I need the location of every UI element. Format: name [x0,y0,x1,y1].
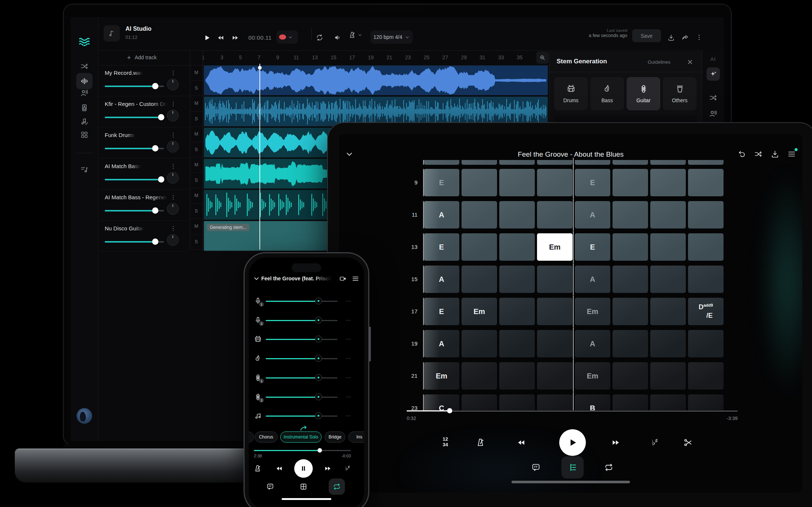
metronome-button[interactable] [254,464,262,473]
stem-option-drums[interactable]: Drums [554,77,588,110]
chord-cell[interactable]: C [424,394,459,410]
play-button[interactable] [202,33,211,42]
chord-cell[interactable]: E [575,233,610,261]
chord-cell[interactable] [462,330,497,357]
mute-button[interactable]: M [190,127,203,142]
tab-chords[interactable] [561,456,584,478]
solo-button[interactable]: S [190,81,203,96]
more-options-button[interactable] [345,374,352,381]
chord-cell[interactable] [575,160,610,165]
chord-cell[interactable]: Em [537,233,573,261]
slider-thumb[interactable] [315,297,322,304]
bpm-selector[interactable]: 120 bpm 4/4 [370,30,413,44]
slider-thumb[interactable] [315,336,322,343]
slider-thumb[interactable] [152,207,158,214]
chord-cell[interactable] [613,394,648,410]
chord-cell[interactable] [613,298,648,325]
chord-cell[interactable] [499,362,535,390]
home-indicator[interactable] [511,481,630,483]
chord-cell[interactable]: A [424,266,459,293]
mute-button[interactable]: M [190,219,203,234]
slider-thumb[interactable] [315,412,322,419]
sidebar-item-split-tracks[interactable] [79,61,90,72]
volume-slider[interactable] [105,145,164,152]
time-signature-button[interactable]: 1234 [443,437,448,448]
chord-cell[interactable] [499,266,535,293]
playhead[interactable] [259,64,260,250]
chord-cell[interactable]: A [575,266,610,293]
stem-option-bass[interactable]: Bass [590,77,624,110]
fast-forward-button[interactable] [324,464,332,473]
sidebar-item-speaker[interactable] [79,102,90,113]
chord-cell[interactable] [537,362,573,390]
more-options-button[interactable] [345,355,352,362]
chord-cell[interactable]: Em [575,298,610,325]
header-menu-button[interactable] [787,149,796,159]
track-menu-button[interactable] [169,100,177,108]
header-download-button[interactable] [770,149,780,159]
mute-button[interactable]: M [190,157,203,173]
slider-thumb[interactable] [315,393,322,400]
chord-cell[interactable] [499,160,535,165]
close-button[interactable] [685,57,694,66]
chord-cell[interactable] [613,201,648,229]
mute-button[interactable]: M [190,188,203,204]
solo-button[interactable]: S [190,204,203,219]
more-options-button[interactable] [345,394,352,400]
download-button[interactable] [667,34,675,41]
volume-slider[interactable] [105,207,164,214]
chord-cell[interactable]: A [575,201,610,229]
chord-cell[interactable]: A [575,330,610,357]
pan-knob[interactable] [167,79,179,90]
chevron-down-icon[interactable] [288,35,293,40]
chord-cell[interactable] [688,160,724,165]
chord-cell[interactable] [688,394,724,410]
header-menu-button[interactable] [352,275,359,283]
chord-cell[interactable] [650,233,686,261]
sidebar-item-compose[interactable] [79,116,90,127]
solo-button[interactable]: S [190,142,203,157]
section-chip[interactable]: Chorus [255,431,278,443]
chord-cell[interactable] [650,169,686,196]
stem-option-others[interactable]: Others [663,77,697,110]
tab-grid[interactable] [299,483,308,491]
pan-knob[interactable] [167,110,179,121]
chord-cell[interactable]: Em [575,362,610,390]
save-button[interactable]: Save [632,29,661,42]
volume-slider[interactable] [105,83,164,90]
solo-button[interactable]: S [190,234,203,250]
chord-cell[interactable] [613,362,648,390]
chord-cell[interactable]: E [575,169,610,196]
trim-button[interactable] [683,438,693,447]
volume-slider[interactable] [105,114,164,121]
chord-cell[interactable] [537,394,573,410]
tab-repeat[interactable] [329,478,345,495]
mute-button[interactable]: M [190,65,203,81]
pitch-button[interactable]: ♭♯ [345,465,350,472]
record-button[interactable] [276,30,298,44]
pause-button[interactable] [294,459,313,478]
section-chip[interactable]: Bridge [325,431,345,443]
chord-cell[interactable] [613,160,648,165]
chord-cell[interactable] [462,160,497,165]
chord-cell[interactable] [424,160,459,165]
solo-button[interactable]: S [190,173,203,188]
chord-cell[interactable] [537,160,573,165]
sidebar-item-apps[interactable] [79,129,90,140]
section-chip[interactable]: Ins [348,431,364,443]
section-chip[interactable]: se [249,431,254,443]
more-options-button[interactable] [345,298,352,304]
add-track-button[interactable]: Add track [126,54,157,60]
rail-button-voice[interactable] [708,109,718,119]
fast-forward-button[interactable] [231,34,239,42]
chord-cell[interactable] [650,160,686,165]
track-menu-button[interactable] [169,193,177,201]
chord-cell[interactable] [462,201,497,229]
chord-cell[interactable] [650,394,686,410]
metronome-button[interactable] [348,31,362,39]
slider-thumb[interactable] [315,317,322,324]
chord-cell[interactable] [499,201,535,229]
mute-button[interactable]: M [190,96,203,111]
zoom-in-button[interactable] [536,51,548,64]
chord-cell[interactable] [688,362,724,390]
